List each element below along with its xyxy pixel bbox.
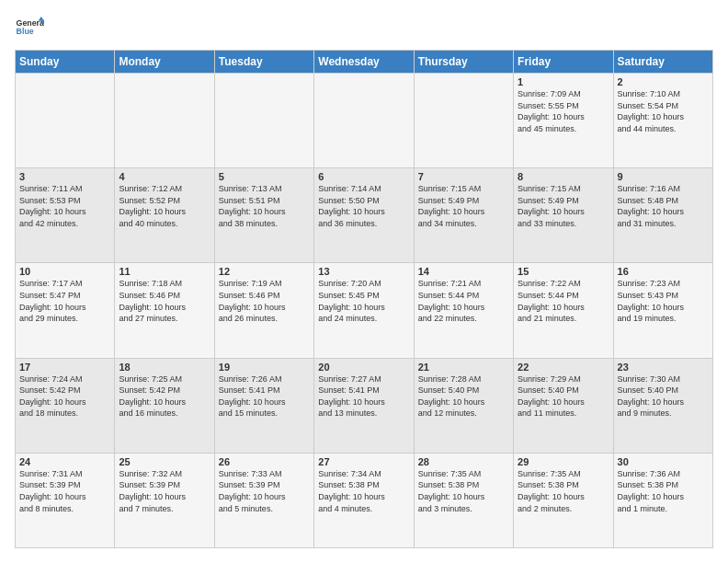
day-info: Sunrise: 7:31 AM Sunset: 5:39 PM Dayligh… bbox=[19, 468, 110, 514]
day-info: Sunrise: 7:19 AM Sunset: 5:46 PM Dayligh… bbox=[219, 278, 310, 324]
calendar-cell: 15Sunrise: 7:22 AM Sunset: 5:44 PM Dayli… bbox=[514, 263, 613, 358]
day-number: 12 bbox=[219, 266, 310, 277]
day-info: Sunrise: 7:35 AM Sunset: 5:38 PM Dayligh… bbox=[518, 468, 609, 514]
logo-icon: General Blue bbox=[15, 15, 44, 40]
col-header-friday: Friday bbox=[514, 51, 613, 74]
calendar-week-3: 10Sunrise: 7:17 AM Sunset: 5:47 PM Dayli… bbox=[16, 263, 713, 358]
calendar-week-4: 17Sunrise: 7:24 AM Sunset: 5:42 PM Dayli… bbox=[16, 358, 713, 453]
day-number: 9 bbox=[618, 171, 709, 182]
day-number: 15 bbox=[518, 266, 609, 277]
calendar-cell: 27Sunrise: 7:34 AM Sunset: 5:38 PM Dayli… bbox=[314, 453, 414, 547]
calendar-cell: 22Sunrise: 7:29 AM Sunset: 5:40 PM Dayli… bbox=[514, 358, 613, 453]
calendar-cell: 3Sunrise: 7:11 AM Sunset: 5:53 PM Daylig… bbox=[16, 168, 115, 263]
day-info: Sunrise: 7:20 AM Sunset: 5:45 PM Dayligh… bbox=[318, 278, 409, 324]
col-header-wednesday: Wednesday bbox=[314, 51, 414, 74]
day-number: 16 bbox=[618, 266, 709, 277]
calendar-week-2: 3Sunrise: 7:11 AM Sunset: 5:53 PM Daylig… bbox=[16, 168, 713, 263]
day-number: 6 bbox=[318, 171, 409, 182]
day-number: 2 bbox=[618, 76, 709, 87]
calendar-cell: 19Sunrise: 7:26 AM Sunset: 5:41 PM Dayli… bbox=[214, 358, 313, 453]
day-number: 18 bbox=[119, 362, 210, 373]
day-number: 30 bbox=[618, 456, 709, 467]
calendar-cell: 6Sunrise: 7:14 AM Sunset: 5:50 PM Daylig… bbox=[314, 168, 414, 263]
day-info: Sunrise: 7:27 AM Sunset: 5:41 PM Dayligh… bbox=[318, 373, 409, 419]
calendar-cell: 13Sunrise: 7:20 AM Sunset: 5:45 PM Dayli… bbox=[314, 263, 414, 358]
calendar-cell: 10Sunrise: 7:17 AM Sunset: 5:47 PM Dayli… bbox=[16, 263, 115, 358]
day-info: Sunrise: 7:14 AM Sunset: 5:50 PM Dayligh… bbox=[318, 183, 409, 229]
calendar-cell bbox=[16, 74, 115, 168]
day-info: Sunrise: 7:15 AM Sunset: 5:49 PM Dayligh… bbox=[518, 183, 609, 229]
day-number: 28 bbox=[418, 456, 509, 467]
day-number: 4 bbox=[119, 171, 210, 182]
day-number: 21 bbox=[418, 362, 509, 373]
calendar-cell: 5Sunrise: 7:13 AM Sunset: 5:51 PM Daylig… bbox=[214, 168, 313, 263]
day-number: 19 bbox=[219, 362, 310, 373]
day-info: Sunrise: 7:09 AM Sunset: 5:55 PM Dayligh… bbox=[518, 88, 609, 134]
day-number: 11 bbox=[119, 266, 210, 277]
calendar-cell bbox=[314, 74, 414, 168]
page: General Blue SundayMondayTuesdayWednesda… bbox=[0, 0, 728, 563]
day-info: Sunrise: 7:18 AM Sunset: 5:46 PM Dayligh… bbox=[119, 278, 210, 324]
day-info: Sunrise: 7:12 AM Sunset: 5:52 PM Dayligh… bbox=[119, 183, 210, 229]
day-number: 22 bbox=[518, 362, 609, 373]
calendar-cell: 11Sunrise: 7:18 AM Sunset: 5:46 PM Dayli… bbox=[115, 263, 214, 358]
day-info: Sunrise: 7:15 AM Sunset: 5:49 PM Dayligh… bbox=[418, 183, 509, 229]
day-info: Sunrise: 7:33 AM Sunset: 5:39 PM Dayligh… bbox=[219, 468, 310, 514]
calendar-cell: 29Sunrise: 7:35 AM Sunset: 5:38 PM Dayli… bbox=[514, 453, 613, 547]
calendar-cell: 7Sunrise: 7:15 AM Sunset: 5:49 PM Daylig… bbox=[414, 168, 513, 263]
header: General Blue bbox=[15, 15, 713, 40]
calendar-cell: 26Sunrise: 7:33 AM Sunset: 5:39 PM Dayli… bbox=[214, 453, 313, 547]
day-number: 3 bbox=[19, 171, 110, 182]
day-number: 27 bbox=[318, 456, 409, 467]
day-info: Sunrise: 7:16 AM Sunset: 5:48 PM Dayligh… bbox=[618, 183, 709, 229]
calendar-cell: 8Sunrise: 7:15 AM Sunset: 5:49 PM Daylig… bbox=[514, 168, 613, 263]
calendar-header-row: SundayMondayTuesdayWednesdayThursdayFrid… bbox=[16, 51, 713, 74]
day-number: 7 bbox=[418, 171, 509, 182]
calendar-cell: 4Sunrise: 7:12 AM Sunset: 5:52 PM Daylig… bbox=[115, 168, 214, 263]
day-info: Sunrise: 7:13 AM Sunset: 5:51 PM Dayligh… bbox=[219, 183, 310, 229]
calendar-week-5: 24Sunrise: 7:31 AM Sunset: 5:39 PM Dayli… bbox=[16, 453, 713, 547]
day-info: Sunrise: 7:32 AM Sunset: 5:39 PM Dayligh… bbox=[119, 468, 210, 514]
day-number: 20 bbox=[318, 362, 409, 373]
svg-text:Blue: Blue bbox=[17, 27, 34, 36]
day-info: Sunrise: 7:21 AM Sunset: 5:44 PM Dayligh… bbox=[418, 278, 509, 324]
day-info: Sunrise: 7:26 AM Sunset: 5:41 PM Dayligh… bbox=[219, 373, 310, 419]
day-number: 24 bbox=[19, 456, 110, 467]
col-header-tuesday: Tuesday bbox=[214, 51, 313, 74]
col-header-sunday: Sunday bbox=[16, 51, 115, 74]
day-number: 17 bbox=[19, 362, 110, 373]
calendar-week-1: 1Sunrise: 7:09 AM Sunset: 5:55 PM Daylig… bbox=[16, 74, 713, 168]
calendar-cell: 25Sunrise: 7:32 AM Sunset: 5:39 PM Dayli… bbox=[115, 453, 214, 547]
calendar-cell bbox=[115, 74, 214, 168]
day-info: Sunrise: 7:34 AM Sunset: 5:38 PM Dayligh… bbox=[318, 468, 409, 514]
day-info: Sunrise: 7:17 AM Sunset: 5:47 PM Dayligh… bbox=[19, 278, 110, 324]
calendar-cell bbox=[214, 74, 313, 168]
calendar-cell: 14Sunrise: 7:21 AM Sunset: 5:44 PM Dayli… bbox=[414, 263, 513, 358]
day-number: 23 bbox=[618, 362, 709, 373]
col-header-monday: Monday bbox=[115, 51, 214, 74]
day-info: Sunrise: 7:30 AM Sunset: 5:40 PM Dayligh… bbox=[618, 373, 709, 419]
calendar-cell bbox=[414, 74, 513, 168]
calendar-cell: 17Sunrise: 7:24 AM Sunset: 5:42 PM Dayli… bbox=[16, 358, 115, 453]
day-number: 26 bbox=[219, 456, 310, 467]
day-number: 29 bbox=[518, 456, 609, 467]
day-number: 25 bbox=[119, 456, 210, 467]
day-info: Sunrise: 7:10 AM Sunset: 5:54 PM Dayligh… bbox=[618, 88, 709, 134]
day-info: Sunrise: 7:36 AM Sunset: 5:38 PM Dayligh… bbox=[618, 468, 709, 514]
day-number: 5 bbox=[219, 171, 310, 182]
day-info: Sunrise: 7:25 AM Sunset: 5:42 PM Dayligh… bbox=[119, 373, 210, 419]
calendar-cell: 12Sunrise: 7:19 AM Sunset: 5:46 PM Dayli… bbox=[214, 263, 313, 358]
day-info: Sunrise: 7:28 AM Sunset: 5:40 PM Dayligh… bbox=[418, 373, 509, 419]
calendar-cell: 28Sunrise: 7:35 AM Sunset: 5:38 PM Dayli… bbox=[414, 453, 513, 547]
calendar-cell: 16Sunrise: 7:23 AM Sunset: 5:43 PM Dayli… bbox=[613, 263, 712, 358]
calendar-cell: 18Sunrise: 7:25 AM Sunset: 5:42 PM Dayli… bbox=[115, 358, 214, 453]
calendar-cell: 2Sunrise: 7:10 AM Sunset: 5:54 PM Daylig… bbox=[613, 74, 712, 168]
calendar-cell: 21Sunrise: 7:28 AM Sunset: 5:40 PM Dayli… bbox=[414, 358, 513, 453]
day-info: Sunrise: 7:11 AM Sunset: 5:53 PM Dayligh… bbox=[19, 183, 110, 229]
calendar-cell: 30Sunrise: 7:36 AM Sunset: 5:38 PM Dayli… bbox=[613, 453, 712, 547]
day-info: Sunrise: 7:29 AM Sunset: 5:40 PM Dayligh… bbox=[518, 373, 609, 419]
calendar-cell: 20Sunrise: 7:27 AM Sunset: 5:41 PM Dayli… bbox=[314, 358, 414, 453]
day-number: 13 bbox=[318, 266, 409, 277]
day-number: 10 bbox=[19, 266, 110, 277]
day-info: Sunrise: 7:23 AM Sunset: 5:43 PM Dayligh… bbox=[618, 278, 709, 324]
